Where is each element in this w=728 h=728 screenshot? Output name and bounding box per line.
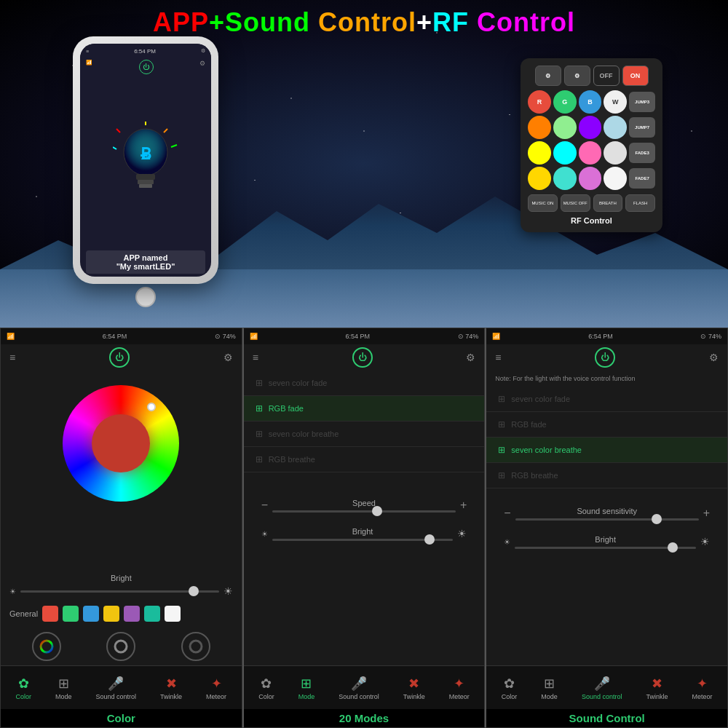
screen3-nav-mode[interactable]: ⊞ Mode (541, 676, 558, 700)
remote-music-on-btn[interactable]: MUSIC ON (528, 194, 558, 212)
screen3-nav-meteor[interactable]: ✦ Meteor (692, 676, 712, 700)
screen2-menu-icon[interactable]: ≡ (253, 352, 258, 363)
preset-blue[interactable] (83, 606, 99, 622)
remote-jump7-btn[interactable]: JUMP7 (629, 117, 655, 138)
screen3-bright-track[interactable] (515, 547, 696, 549)
screen3-settings-icon[interactable]: ⚙ (709, 352, 719, 363)
remote-green-btn[interactable]: G (553, 90, 577, 114)
remote-fade3-btn[interactable]: FADE3 (629, 143, 655, 163)
screen3-mode-rgbb[interactable]: ⊞ RGB breathe (486, 463, 727, 488)
remote-white-btn[interactable]: W (604, 90, 627, 114)
remote-jump3-btn[interactable]: JUMP3 (629, 92, 655, 112)
screen2-speed-plus[interactable]: + (460, 499, 467, 512)
screen2-signal-icon: 📶 (250, 333, 258, 340)
screen2-nav-color[interactable]: ✿ Color (258, 676, 274, 700)
screen3-mode-rgbf[interactable]: ⊞ RGB fade (486, 412, 727, 438)
remote-flash-btn[interactable]: FLASH (625, 194, 655, 212)
remote-off-btn[interactable]: OFF (593, 66, 620, 86)
remote-yellow-btn[interactable] (528, 141, 551, 165)
phone-home-button[interactable] (135, 287, 156, 307)
screen2-nav-meteor[interactable]: ✦ Meteor (449, 676, 470, 700)
wheel-option-1[interactable] (32, 632, 61, 661)
svg-point-13 (190, 641, 202, 652)
screen1-nav-mode[interactable]: ⊞ Mode (55, 676, 72, 700)
screen3-menu-icon[interactable]: ≡ (495, 352, 501, 363)
screen3-sensitivity-track[interactable] (515, 518, 699, 521)
screen2-nav-sound[interactable]: 🎤 Sound control (339, 676, 379, 700)
remote-gold-btn[interactable] (528, 167, 551, 190)
screen1-settings-icon[interactable]: ⚙ (223, 352, 233, 363)
screen3-bright-thumb[interactable] (668, 542, 678, 553)
screen2-nav-twinkle[interactable]: ✖ Twinkle (403, 676, 425, 700)
mode-item-scf[interactable]: ⊞ seven color fade (244, 371, 485, 396)
preset-white[interactable] (165, 606, 181, 622)
mode-item-scb[interactable]: ⊞ seven color breathe (244, 422, 485, 447)
screen1-bright-track[interactable] (20, 590, 219, 593)
screen3-battery: ⊙ 74% (700, 333, 721, 340)
screen2-settings-icon[interactable]: ⚙ (466, 352, 475, 363)
screen2-speed-minus[interactable]: − (261, 499, 268, 512)
screen2-speed-thumb[interactable] (372, 506, 382, 516)
remote-orchid-btn[interactable] (579, 167, 602, 190)
screen1-bright-thumb[interactable] (189, 586, 199, 596)
remote-fade7-btn[interactable]: FADE7 (629, 168, 655, 189)
screen1-nav-color[interactable]: ✿ Color (16, 676, 32, 700)
screen2-bright-track[interactable] (272, 539, 454, 541)
screen3-nav-sound[interactable]: 🎤 Sound control (582, 676, 622, 700)
screen2-bright-thumb[interactable] (424, 534, 435, 545)
wheel-option-3[interactable] (181, 632, 210, 661)
phone-power-btn[interactable]: ⏻ (139, 60, 154, 74)
screen2-power-btn[interactable]: ⏻ (352, 347, 373, 368)
screen1-bright-slider-row: ☀ ☀ (9, 585, 233, 597)
remote-orange-btn[interactable] (528, 116, 551, 139)
mode-item-rgbb[interactable]: ⊞ RGB breathe (244, 447, 485, 472)
screen3-nav-twinkle[interactable]: ✖ Twinkle (646, 676, 668, 700)
phone-body: ≡ 6:54 PM ⚙ 📶 ⏻ ⚙ (73, 36, 218, 284)
mode-item-rgbf[interactable]: ⊞ RGB fade (244, 396, 485, 422)
remote-white2-btn[interactable] (604, 141, 627, 165)
screen1-nav-meteor[interactable]: ✦ Meteor (206, 676, 226, 700)
preset-green[interactable] (63, 606, 79, 622)
screen3-mode-scf[interactable]: ⊞ seven color fade (486, 387, 727, 412)
remote-white3-btn[interactable] (604, 167, 627, 190)
modes-screen: 📶 6:54 PM ⊙ 74% ≡ ⏻ ⚙ ⊞ seven color fade… (242, 328, 486, 728)
remote-cyan-btn[interactable] (553, 141, 577, 165)
svg-rect-6 (136, 174, 155, 180)
screen1-bright-label: Bright (9, 574, 233, 582)
remote-gear1-btn[interactable]: ⚙ (535, 66, 561, 86)
remote-turquoise-btn[interactable] (553, 167, 577, 190)
screen1-menu-icon[interactable]: ≡ (9, 352, 15, 363)
screen3-nav-color[interactable]: ✿ Color (502, 676, 518, 700)
remote-lightgreen-btn[interactable] (553, 116, 577, 139)
remote-music-off-btn[interactable]: MUSIC OFF (561, 194, 590, 212)
screen3-mode-rgf[interactable]: ⊞ red & green fade (486, 488, 727, 498)
preset-red[interactable] (42, 606, 58, 622)
remote-breath-btn[interactable]: BREATH (593, 194, 623, 212)
screen3-power-btn[interactable]: ⏻ (595, 347, 615, 368)
preset-purple[interactable] (124, 606, 140, 622)
preset-teal[interactable] (144, 606, 160, 622)
remote-pink-btn[interactable] (579, 141, 602, 165)
remote-violet-btn[interactable] (579, 116, 602, 139)
color-wheel[interactable] (63, 385, 179, 502)
screen2-speed-track[interactable] (272, 510, 456, 513)
screen3-sensitivity-area: − Sound sensitivity + (486, 498, 727, 529)
screen1-power-btn[interactable]: ⏻ (109, 347, 130, 368)
wheel-option-2[interactable] (106, 632, 135, 661)
remote-red-btn[interactable]: R (528, 90, 551, 114)
screen1-nav-twinkle[interactable]: ✖ Twinkle (160, 676, 182, 700)
screen3-mode-scb[interactable]: ⊞ seven color breathe (486, 438, 727, 463)
screen1-nav-sound[interactable]: 🎤 Sound control (96, 676, 137, 700)
remote-on-btn[interactable]: ON (622, 66, 649, 86)
remote-blue-btn[interactable]: B (579, 90, 602, 114)
screen1-header: ≡ ⏻ ⚙ (1, 344, 242, 371)
screen3-sensitivity-thumb[interactable] (652, 514, 662, 524)
preset-yellow[interactable] (103, 606, 119, 622)
screen3-sensitivity-plus[interactable]: + (703, 507, 710, 520)
screen3-bright-slider-container: ☀ Bright ☀ (486, 529, 727, 555)
screen3-sensitivity-minus[interactable]: − (504, 507, 510, 520)
remote-gear2-btn[interactable]: ⚙ (564, 66, 590, 86)
remote-lightblue-btn[interactable] (604, 116, 627, 139)
screen2-nav-mode[interactable]: ⊞ Mode (298, 676, 315, 700)
screen2-status-bar: 📶 6:54 PM ⊙ 74% (244, 328, 485, 344)
